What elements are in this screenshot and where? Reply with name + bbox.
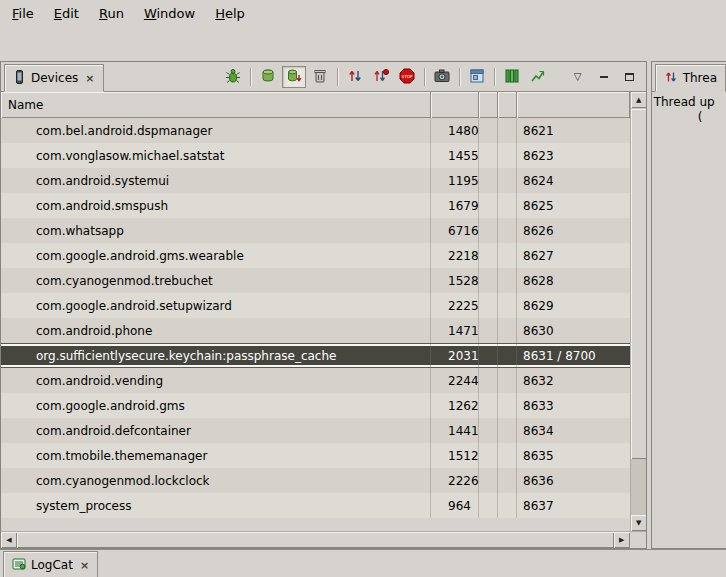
screen-capture-button[interactable] <box>430 66 454 88</box>
process-port: 8631 / 8700 <box>517 344 630 367</box>
main-area: Devices × <box>0 61 726 549</box>
vertical-scrollbar-thumb[interactable] <box>631 109 646 459</box>
update-threads-button[interactable] <box>343 66 367 88</box>
process-row[interactable]: com.android.systemui 1195 8624 <box>1 168 630 193</box>
process-pid: 14553 <box>431 143 479 168</box>
method-profiling-button[interactable] <box>369 66 393 88</box>
scroll-down-button[interactable]: ▼ <box>631 515 646 531</box>
tab-devices[interactable]: Devices × <box>4 64 104 92</box>
process-row[interactable]: com.vonglasow.michael.satstat 14553 8623 <box>1 143 630 168</box>
process-row[interactable]: com.bel.android.dspmanager 1480 8621 <box>1 118 630 143</box>
stop-process-button[interactable]: STOP <box>395 66 419 88</box>
chart-button[interactable] <box>526 66 550 88</box>
process-port: 8623 <box>517 143 630 168</box>
column-header-spacer[interactable] <box>498 92 517 118</box>
device-icon <box>13 70 26 87</box>
process-row[interactable]: com.android.smspush 1679 8625 <box>1 193 630 218</box>
ui-hierarchy-button[interactable] <box>465 66 489 88</box>
tab-threads-label: Threa <box>683 71 717 85</box>
maximize-button[interactable] <box>618 66 642 88</box>
process-name: com.google.android.setupwizard <box>1 293 431 318</box>
vertical-scrollbar[interactable]: ▲ ▼ <box>630 92 646 531</box>
process-pid: 964 <box>431 493 479 518</box>
process-row[interactable]: org.sufficientlysecure.keychain:passphra… <box>1 343 630 368</box>
process-row[interactable]: com.android.defcontainer 14411 8634 <box>1 418 630 443</box>
menu-window[interactable]: Window <box>134 2 205 25</box>
cell-spacer <box>479 493 498 518</box>
column-header-name[interactable]: Name <box>1 92 431 118</box>
menu-help[interactable]: Help <box>205 2 255 25</box>
process-port: 8625 <box>517 193 630 218</box>
process-port: 8630 <box>517 318 630 343</box>
green-chart-icon <box>530 68 546 87</box>
process-row[interactable]: com.google.android.gms.wearable 22185 86… <box>1 243 630 268</box>
cell-spacer <box>479 443 498 468</box>
minimize-button[interactable] <box>592 66 616 88</box>
process-name: com.google.android.gms <box>1 393 431 418</box>
cell-spacer <box>498 243 517 268</box>
cell-spacer <box>479 243 498 268</box>
horizontal-scrollbar[interactable]: ◀ ▶ <box>1 531 646 548</box>
process-row[interactable]: com.android.phone 1471 8630 <box>1 318 630 343</box>
menu-edit[interactable]: Edit <box>44 2 89 25</box>
scrollbar-corner <box>630 532 646 548</box>
process-name: org.sufficientlysecure.keychain:passphra… <box>1 344 431 367</box>
devices-tabbar: Devices × <box>1 62 646 92</box>
column-header-pid[interactable] <box>431 92 479 118</box>
tab-threads[interactable]: Threa <box>655 64 726 92</box>
process-pid: 1679 <box>431 193 479 218</box>
process-pid: 22250 <box>431 293 479 318</box>
process-pid: 22265 <box>431 468 479 493</box>
scroll-right-button[interactable]: ▶ <box>614 532 630 548</box>
cell-spacer <box>479 468 498 493</box>
menu-file[interactable]: File <box>2 2 44 25</box>
cell-spacer <box>498 268 517 293</box>
cell-spacer <box>498 418 517 443</box>
process-pid: 22185 <box>431 243 479 268</box>
green-columns-icon <box>504 68 520 87</box>
process-pid: 1471 <box>431 318 479 343</box>
main-toolbar-empty <box>0 27 726 61</box>
cell-spacer <box>498 443 517 468</box>
scroll-left-button[interactable]: ◀ <box>1 532 17 548</box>
cell-spacer <box>479 268 498 293</box>
horizontal-scrollbar-thumb[interactable] <box>17 532 614 548</box>
process-row[interactable]: com.cyanogenmod.trebuchet 1528 8628 <box>1 268 630 293</box>
cause-gc-button[interactable] <box>308 66 332 88</box>
process-name: com.android.systemui <box>1 168 431 193</box>
process-row[interactable]: system_process 964 8637 <box>1 493 630 518</box>
menu-run[interactable]: Run <box>89 2 134 25</box>
column-header-port[interactable] <box>517 92 630 118</box>
scroll-up-button[interactable]: ▲ <box>631 92 646 108</box>
close-icon[interactable]: × <box>83 72 94 85</box>
ddms-window: File Edit Run Window Help Devices × <box>0 0 726 61</box>
view-menu-button[interactable]: ▽ <box>566 66 590 88</box>
svg-text:STOP: STOP <box>401 73 413 78</box>
cell-spacer <box>479 344 498 367</box>
toolbar-separator <box>494 68 495 86</box>
update-heap-button[interactable] <box>256 66 280 88</box>
process-row[interactable]: com.cyanogenmod.lockclock 22265 8636 <box>1 468 630 493</box>
column-header-spacer[interactable] <box>479 92 498 118</box>
cell-spacer <box>498 118 517 143</box>
threads-message-line2: ( <box>654 110 724 125</box>
debug-process-button[interactable] <box>221 66 245 88</box>
system-columns-button[interactable] <box>500 66 524 88</box>
process-name: com.whatsapp <box>1 218 431 243</box>
table-header: Name <box>1 92 630 118</box>
process-row[interactable]: com.android.vending 22440 8632 <box>1 368 630 393</box>
threads-message-line1: Thread up <box>654 95 724 110</box>
devices-panel: Devices × <box>0 61 647 549</box>
threads-panel: Threa Thread up ( <box>651 61 726 549</box>
process-row[interactable]: com.google.android.gms 12623 8633 <box>1 393 630 418</box>
process-name: com.android.defcontainer <box>1 418 431 443</box>
heap-cylinder-icon <box>260 68 276 87</box>
process-port: 8632 <box>517 368 630 393</box>
threads-icon <box>664 70 678 87</box>
dump-hprof-button[interactable] <box>282 66 306 88</box>
close-icon[interactable]: × <box>78 559 89 572</box>
process-row[interactable]: com.google.android.setupwizard 22250 862… <box>1 293 630 318</box>
tab-logcat[interactable]: LogCat × <box>3 551 98 577</box>
process-row[interactable]: com.whatsapp 6716 8626 <box>1 218 630 243</box>
process-row[interactable]: com.tmobile.thememanager 1512 8635 <box>1 443 630 468</box>
